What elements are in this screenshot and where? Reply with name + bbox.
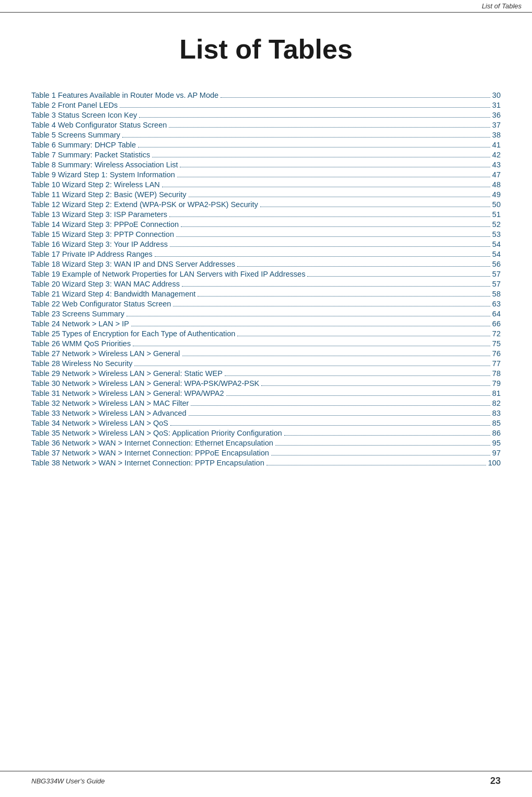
toc-item-page: 78 xyxy=(492,369,501,378)
toc-item-dots xyxy=(126,316,490,316)
toc-item: Table 12 Wizard Step 2: Extend (WPA-PSK … xyxy=(31,200,501,209)
toc-item-dots xyxy=(307,276,490,277)
toc-item-page: 49 xyxy=(492,190,501,199)
toc-item-dots xyxy=(162,187,490,187)
toc-item-dots xyxy=(169,127,490,128)
toc-item-page: 31 xyxy=(492,101,501,109)
toc-item-page: 82 xyxy=(492,399,501,407)
toc-item: Table 37 Network > WAN > Internet Connec… xyxy=(31,449,501,457)
toc-item-page: 52 xyxy=(492,220,501,229)
toc-item: Table 28 Wireless No Security77 xyxy=(31,359,501,368)
toc-item: Table 27 Network > Wireless LAN > Genera… xyxy=(31,349,501,358)
toc-item: Table 8 Summary: Wireless Association Li… xyxy=(31,161,501,169)
toc-item-label: Table 14 Wizard Step 3: PPPoE Connection xyxy=(31,220,179,229)
toc-item-label: Table 15 Wizard Step 3: PPTP Connection xyxy=(31,230,174,238)
toc-item-dots xyxy=(284,435,490,436)
toc-item-label: Table 23 Screens Summary xyxy=(31,310,124,318)
toc-item-dots xyxy=(138,147,490,147)
toc-item: Table 2 Front Panel LEDs31 xyxy=(31,101,501,109)
toc-item-dots xyxy=(169,217,490,217)
toc-item-page: 76 xyxy=(492,349,501,358)
toc-item-label: Table 36 Network > WAN > Internet Connec… xyxy=(31,439,273,447)
toc-item: Table 6 Summary: DHCP Table41 xyxy=(31,141,501,149)
toc-item-page: 51 xyxy=(492,210,501,219)
toc-item-label: Table 32 Network > Wireless LAN > MAC Fi… xyxy=(31,399,189,407)
footer-left-text: NBG334W User's Guide xyxy=(31,777,105,785)
toc-item: Table 34 Network > Wireless LAN > QoS85 xyxy=(31,419,501,427)
toc-item-page: 72 xyxy=(492,329,501,338)
toc-item-page: 56 xyxy=(492,260,501,268)
toc-item: Table 30 Network > Wireless LAN > Genera… xyxy=(31,379,501,388)
footer: NBG334W User's Guide 23 xyxy=(0,771,532,787)
toc-item-label: Table 10 Wizard Step 2: Wireless LAN xyxy=(31,180,160,189)
toc-item-page: 75 xyxy=(492,339,501,348)
toc-item-label: Table 28 Wireless No Security xyxy=(31,359,132,368)
footer-page-number: 23 xyxy=(490,776,501,787)
toc-item-dots xyxy=(260,207,490,207)
toc-item-label: Table 29 Network > Wireless LAN > Genera… xyxy=(31,369,223,378)
toc-item-label: Table 5 Screens Summary xyxy=(31,131,120,139)
toc-item: Table 24 Network > LAN > IP66 xyxy=(31,320,501,328)
toc-list: Table 1 Features Available in Router Mod… xyxy=(31,91,501,467)
toc-item-page: 50 xyxy=(492,200,501,209)
toc-item-page: 37 xyxy=(492,121,501,129)
toc-item-dots xyxy=(237,266,490,267)
toc-item: Table 7 Summary: Packet Statistics42 xyxy=(31,151,501,159)
toc-item-page: 100 xyxy=(488,459,501,467)
toc-item-dots xyxy=(181,226,490,227)
toc-item-label: Table 27 Network > Wireless LAN > Genera… xyxy=(31,349,180,358)
toc-item-dots xyxy=(180,167,490,167)
toc-item-dots xyxy=(122,137,490,138)
toc-item-dots xyxy=(176,236,490,237)
header-bar: List of Tables xyxy=(0,0,532,13)
toc-item-label: Table 26 WMM QoS Priorities xyxy=(31,339,131,348)
toc-item-dots xyxy=(170,246,490,247)
toc-item: Table 18 Wizard Step 3: WAN IP and DNS S… xyxy=(31,260,501,268)
toc-item: Table 3 Status Screen Icon Key36 xyxy=(31,111,501,119)
toc-item: Table 10 Wizard Step 2: Wireless LAN48 xyxy=(31,180,501,189)
toc-item: Table 32 Network > Wireless LAN > MAC Fi… xyxy=(31,399,501,407)
toc-item-label: Table 31 Network > Wireless LAN > Genera… xyxy=(31,389,224,397)
toc-item-label: Table 7 Summary: Packet Statistics xyxy=(31,151,150,159)
toc-item-label: Table 30 Network > Wireless LAN > Genera… xyxy=(31,379,259,388)
toc-item-dots xyxy=(267,465,486,465)
toc-item-label: Table 9 Wizard Step 1: System Informatio… xyxy=(31,170,175,179)
toc-item-page: 54 xyxy=(492,240,501,248)
toc-item-page: 83 xyxy=(492,409,501,417)
toc-item-label: Table 25 Types of Encryption for Each Ty… xyxy=(31,329,235,338)
toc-item-page: 36 xyxy=(492,111,501,119)
toc-item-page: 48 xyxy=(492,180,501,189)
toc-item-page: 85 xyxy=(492,419,501,427)
toc-item-page: 42 xyxy=(492,151,501,159)
toc-item-dots xyxy=(131,326,490,326)
toc-item-label: Table 21 Wizard Step 4: Bandwidth Manage… xyxy=(31,290,195,298)
toc-item-page: 54 xyxy=(492,250,501,258)
toc-item-page: 53 xyxy=(492,230,501,238)
toc-item-dots xyxy=(155,256,490,257)
toc-item: Table 36 Network > WAN > Internet Connec… xyxy=(31,439,501,447)
toc-item-page: 63 xyxy=(492,300,501,308)
toc-item-page: 47 xyxy=(492,170,501,179)
toc-item: Table 14 Wizard Step 3: PPPoE Connection… xyxy=(31,220,501,229)
page-title: List of Tables xyxy=(31,33,501,65)
toc-item-page: 79 xyxy=(492,379,501,388)
toc-item-page: 95 xyxy=(492,439,501,447)
toc-item: Table 22 Web Configurator Status Screen6… xyxy=(31,300,501,308)
toc-item-dots xyxy=(134,366,490,366)
toc-item-dots xyxy=(221,97,490,98)
toc-item-dots xyxy=(237,336,490,336)
toc-item-page: 81 xyxy=(492,389,501,397)
toc-item: Table 26 WMM QoS Priorities75 xyxy=(31,339,501,348)
toc-item: Table 35 Network > Wireless LAN > QoS: A… xyxy=(31,429,501,437)
toc-item: Table 4 Web Configurator Status Screen37 xyxy=(31,121,501,129)
toc-item-dots xyxy=(226,395,490,396)
toc-item-page: 58 xyxy=(492,290,501,298)
toc-item-dots xyxy=(182,356,490,356)
toc-item: Table 25 Types of Encryption for Each Ty… xyxy=(31,329,501,338)
toc-item: Table 16 Wizard Step 3: Your IP Address5… xyxy=(31,240,501,248)
toc-item-dots xyxy=(133,346,490,346)
toc-item: Table 33 Network > Wireless LAN > Advanc… xyxy=(31,409,501,417)
toc-item: Table 23 Screens Summary64 xyxy=(31,310,501,318)
toc-item-page: 57 xyxy=(492,280,501,288)
toc-item-label: Table 18 Wizard Step 3: WAN IP and DNS S… xyxy=(31,260,235,268)
